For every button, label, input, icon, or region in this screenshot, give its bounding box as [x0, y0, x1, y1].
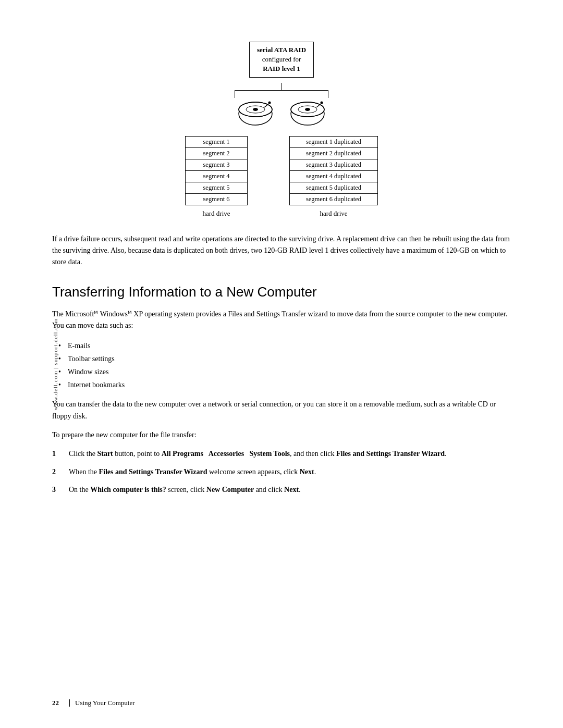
- bullet-item-4: Internet bookmarks: [68, 378, 511, 391]
- left-segment-column: segment 1 segment 2 segment 3 segment 4 …: [185, 136, 248, 205]
- page-container: www.dell.com | support.dell.com serial A…: [0, 0, 563, 728]
- step-1-number: 1: [52, 448, 62, 460]
- right-seg-5: segment 5 duplicated: [289, 182, 378, 194]
- steps-list: 1 Click the Start button, point to All P…: [52, 448, 511, 496]
- left-drive-icon: [237, 99, 274, 128]
- raid-label-line3: RAID level 1: [263, 65, 300, 72]
- left-seg-6: segment 6: [185, 194, 248, 205]
- step-3-text: On the Which computer is this? screen, c…: [69, 484, 511, 496]
- section-heading: Transferring Information to a New Comput…: [52, 284, 511, 300]
- svg-point-4: [253, 108, 258, 111]
- svg-point-11: [305, 108, 310, 111]
- left-seg-2: segment 2: [185, 148, 248, 159]
- svg-point-13: [321, 101, 323, 104]
- bullet-item-2: Toolbar settings: [68, 352, 511, 365]
- bullet-list: E-mails Toolbar settings Window sizes In…: [68, 339, 511, 392]
- drives-row: [237, 99, 326, 128]
- transfer-paragraph: You can transfer the data to the new com…: [52, 399, 511, 422]
- sidebar-text: www.dell.com | support.dell.com: [52, 318, 58, 410]
- footer-divider: [69, 699, 70, 707]
- footer-label: Using Your Computer: [75, 699, 135, 707]
- page-number: 22: [52, 699, 59, 707]
- right-seg-2: segment 2 duplicated: [289, 148, 378, 159]
- step-1: 1 Click the Start button, point to All P…: [52, 448, 511, 460]
- right-seg-3: segment 3 duplicated: [289, 159, 378, 171]
- step-1-text: Click the Start button, point to All Pro…: [69, 448, 511, 460]
- bullet-item-1: E-mails: [68, 339, 511, 352]
- left-seg-5: segment 5: [185, 182, 248, 194]
- left-seg-1: segment 1: [185, 136, 248, 148]
- prepare-label: To prepare the new computer for the file…: [52, 429, 511, 441]
- right-seg-1: segment 1 duplicated: [289, 136, 378, 148]
- right-seg-6: segment 6 duplicated: [289, 194, 378, 205]
- step-2-number: 2: [52, 466, 62, 478]
- right-segment-column: segment 1 duplicated segment 2 duplicate…: [289, 136, 378, 205]
- connector-vertical-top: [282, 83, 282, 90]
- left-hard-drive-label: hard drive: [185, 209, 248, 218]
- left-seg-4: segment 4: [185, 171, 248, 182]
- description-paragraph: If a drive failure occurs, subsequent re…: [52, 233, 511, 268]
- connector-down-lines: [235, 91, 328, 98]
- page-footer: 22 Using Your Computer: [52, 699, 511, 707]
- right-hard-drive-label: hard drive: [289, 209, 378, 218]
- hard-drive-labels: hard drive hard drive: [185, 209, 378, 218]
- segments-container: segment 1 segment 2 segment 3 segment 4 …: [185, 136, 378, 205]
- step-2-text: When the Files and Settings Transfer Wiz…: [69, 466, 511, 478]
- raid-label-line1: serial ATA RAID: [257, 46, 306, 54]
- left-seg-3: segment 3: [185, 159, 248, 171]
- bullet-item-3: Window sizes: [68, 365, 511, 378]
- right-drive-icon: [289, 99, 326, 128]
- svg-point-6: [268, 101, 271, 104]
- raid-label-box: serial ATA RAID configured for RAID leve…: [249, 42, 314, 78]
- step-3-number: 3: [52, 484, 62, 496]
- intro-paragraph: The Microsoftᴹ Windowsᴹ XP operating sys…: [52, 309, 511, 332]
- raid-label-line2: configured for: [262, 55, 301, 63]
- step-3: 3 On the Which computer is this? screen,…: [52, 484, 511, 496]
- diagram-section: serial ATA RAID configured for RAID leve…: [52, 42, 511, 218]
- step-2: 2 When the Files and Settings Transfer W…: [52, 466, 511, 478]
- right-seg-4: segment 4 duplicated: [289, 171, 378, 182]
